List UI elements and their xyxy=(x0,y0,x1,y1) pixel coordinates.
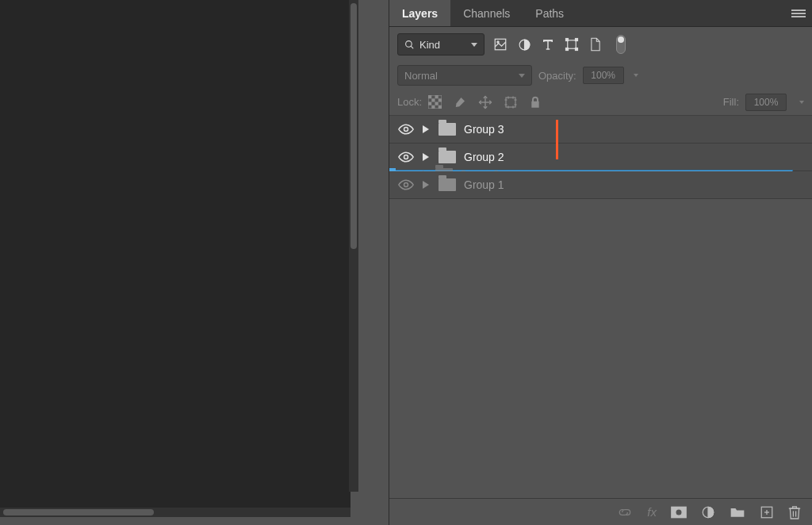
svg-rect-6 xyxy=(566,39,569,41)
lock-all-icon[interactable] xyxy=(529,95,542,109)
layer-name[interactable]: Group 1 xyxy=(464,178,504,191)
fill-dropdown-icon[interactable] xyxy=(799,101,804,104)
svg-point-32 xyxy=(404,155,408,159)
text-caret-indicator xyxy=(556,120,558,159)
layer-row[interactable]: Group 1 xyxy=(389,171,812,199)
canvas-scrollbar-horizontal[interactable] xyxy=(0,508,350,517)
tab-paths[interactable]: Paths xyxy=(523,0,576,26)
filter-toolbar: Kind xyxy=(389,27,812,62)
lock-row: Lock: Fill: 100% xyxy=(389,89,812,116)
blend-mode-select[interactable]: Normal xyxy=(397,65,532,86)
scrollbar-thumb-vertical[interactable] xyxy=(350,3,357,249)
canvas-area xyxy=(0,0,389,525)
filter-type-icon[interactable] xyxy=(540,36,556,52)
add-mask-icon[interactable] xyxy=(671,506,687,519)
visibility-eye-icon[interactable] xyxy=(397,179,415,190)
layer-row[interactable]: Group 3 xyxy=(389,116,812,144)
lock-move-icon[interactable] xyxy=(478,95,492,109)
opacity-value[interactable]: 100% xyxy=(583,67,624,84)
panel-menu-icon[interactable] xyxy=(791,6,806,21)
svg-rect-21 xyxy=(506,98,515,107)
svg-rect-17 xyxy=(431,105,435,109)
fx-icon[interactable]: fx xyxy=(647,505,657,519)
svg-rect-16 xyxy=(435,102,439,105)
scrollbar-thumb-horizontal[interactable] xyxy=(3,509,154,515)
tab-channels[interactable]: Channels xyxy=(450,0,523,26)
chevron-down-icon xyxy=(471,43,477,47)
filter-adjustment-icon[interactable] xyxy=(516,36,532,52)
opacity-dropdown-icon[interactable] xyxy=(634,74,638,77)
search-icon xyxy=(404,40,415,50)
expand-chevron-icon[interactable] xyxy=(423,179,431,191)
lock-brush-icon[interactable] xyxy=(453,95,467,109)
lock-label: Lock: xyxy=(397,96,422,108)
canvas[interactable] xyxy=(0,0,350,509)
svg-rect-14 xyxy=(439,98,442,102)
svg-rect-18 xyxy=(439,105,442,109)
filter-toggle[interactable] xyxy=(616,35,626,54)
svg-rect-8 xyxy=(566,48,569,51)
new-adjustment-icon[interactable] xyxy=(701,505,715,519)
tab-layers[interactable]: Layers xyxy=(389,0,450,26)
svg-marker-33 xyxy=(423,153,429,161)
svg-point-3 xyxy=(497,41,499,43)
visibility-eye-icon[interactable] xyxy=(397,151,415,163)
blend-mode-label: Normal xyxy=(404,70,438,82)
svg-marker-36 xyxy=(423,181,429,189)
lock-artboard-icon[interactable] xyxy=(504,95,518,109)
svg-rect-11 xyxy=(428,95,431,98)
opacity-label: Opacity: xyxy=(538,70,576,82)
svg-point-30 xyxy=(404,128,408,132)
layer-name[interactable]: Group 3 xyxy=(464,123,504,136)
layers-panel: Layers Channels Paths Kind Normal xyxy=(389,0,812,525)
new-group-icon[interactable] xyxy=(730,506,745,519)
canvas-scrollbar-vertical[interactable] xyxy=(349,0,358,492)
svg-marker-31 xyxy=(423,125,429,133)
svg-rect-5 xyxy=(568,40,576,49)
filter-kind-select[interactable]: Kind xyxy=(397,33,485,56)
folder-icon xyxy=(439,151,456,163)
svg-point-38 xyxy=(676,508,682,515)
chevron-down-icon xyxy=(519,74,525,78)
filter-shape-icon[interactable] xyxy=(564,36,580,52)
filter-smartobject-icon[interactable] xyxy=(588,36,603,52)
svg-rect-7 xyxy=(576,39,578,41)
fill-value[interactable]: 100% xyxy=(745,94,787,111)
new-layer-icon[interactable] xyxy=(760,505,774,519)
svg-rect-9 xyxy=(576,48,578,51)
folder-icon xyxy=(439,178,456,191)
svg-rect-15 xyxy=(428,102,431,105)
panel-tabs: Layers Channels Paths xyxy=(389,0,812,27)
svg-point-35 xyxy=(404,183,408,187)
filter-kind-label: Kind xyxy=(419,39,440,51)
lock-transparency-icon[interactable] xyxy=(428,95,442,109)
filter-pixel-icon[interactable] xyxy=(492,36,508,52)
svg-rect-13 xyxy=(431,98,435,102)
panel-footer: fx xyxy=(389,498,812,525)
visibility-eye-icon[interactable] xyxy=(397,124,415,135)
blend-row: Normal Opacity: 100% xyxy=(389,62,812,89)
layer-name[interactable]: Group 2 xyxy=(464,151,504,163)
expand-chevron-icon[interactable] xyxy=(423,151,431,163)
expand-chevron-icon[interactable] xyxy=(423,124,431,136)
delete-layer-icon[interactable] xyxy=(788,504,801,520)
folder-icon xyxy=(439,123,456,136)
svg-rect-12 xyxy=(435,95,439,98)
svg-line-1 xyxy=(411,46,413,48)
layers-list[interactable]: Group 3 Group 2 Group 3 Group 1 xyxy=(389,116,812,498)
link-layers-icon[interactable] xyxy=(617,507,633,518)
fill-label: Fill: xyxy=(723,96,739,108)
